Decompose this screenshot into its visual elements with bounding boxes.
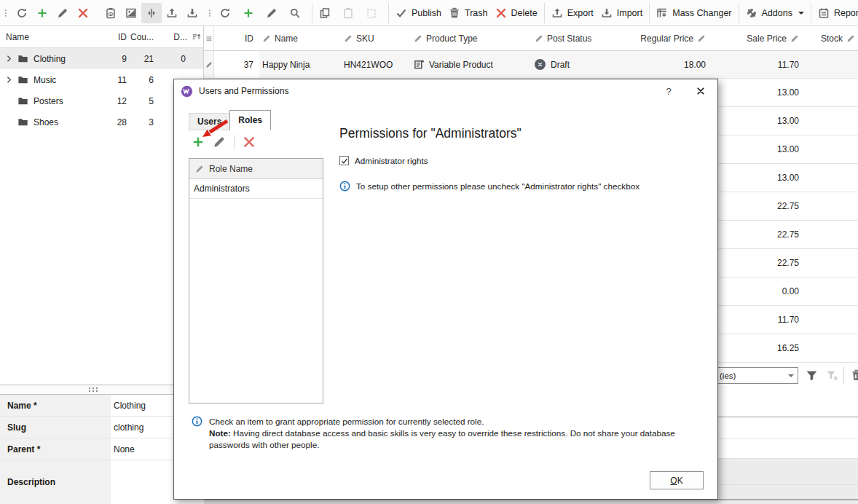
category-count: 5 <box>127 96 154 106</box>
row-edit-pencil-icon[interactable] <box>204 51 214 78</box>
tree-refresh-button[interactable] <box>12 3 32 23</box>
toolbar-icon <box>125 7 137 19</box>
property-label: Name * <box>0 395 111 416</box>
product-sku-cell[interactable]: HN421WOO <box>341 60 411 70</box>
tab-roles[interactable]: Roles <box>229 110 271 130</box>
product-name-cell[interactable]: Happy Ninja <box>259 60 341 70</box>
product-row[interactable]: 37 Happy Ninja HN421WOO Variable Product… <box>204 51 858 79</box>
column-header-product-type[interactable]: Product Type <box>411 34 530 44</box>
product-status-cell[interactable]: Draft <box>530 59 638 70</box>
column-header-post-status[interactable]: Post Status <box>530 34 638 44</box>
category-d-value: 0 <box>154 54 190 64</box>
tree-column-id[interactable]: ID <box>89 32 127 42</box>
add-role-button[interactable] <box>192 135 205 149</box>
column-header-sale-price[interactable]: Sale Price <box>710 34 803 44</box>
delete-filter-button[interactable] <box>848 366 858 384</box>
tree-image-button[interactable] <box>121 3 141 23</box>
sort-icon[interactable] <box>190 32 203 42</box>
edit-product-button[interactable] <box>262 3 286 23</box>
paste-special-button[interactable] <box>362 3 385 23</box>
tree-edit-button[interactable] <box>52 3 73 23</box>
tree-column-d[interactable]: D... <box>154 32 190 42</box>
tree-column-count[interactable]: Cou... <box>127 32 154 42</box>
sale-price-cell[interactable]: 22.75 <box>710 258 803 268</box>
clear-filter-button[interactable] <box>823 366 841 384</box>
column-header-id[interactable]: ID <box>214 26 259 50</box>
paste-button[interactable] <box>339 3 362 23</box>
sale-price-cell[interactable]: 11.70 <box>710 315 803 325</box>
regular-price-cell[interactable]: 18.00 <box>638 60 710 70</box>
reports-button[interactable]: Reports <box>811 3 858 23</box>
administrator-rights-checkbox-row[interactable]: Administrator rights <box>339 156 707 165</box>
delete-product-button[interactable]: Delete <box>492 3 541 23</box>
expand-chevron-icon[interactable] <box>0 55 17 63</box>
sale-price-cell[interactable]: 22.75 <box>710 229 803 240</box>
permissions-title: Permissions for "Administrators" <box>339 126 707 141</box>
tree-column-name[interactable]: Name <box>0 32 89 42</box>
toolbar-icon <box>105 7 117 19</box>
tree-row[interactable]: Clothing 9 21 0 <box>0 48 203 69</box>
tree-toolbar <box>0 3 204 23</box>
edit-pencil-icon <box>790 34 799 43</box>
column-header-regular-price[interactable]: Regular Price <box>638 34 710 44</box>
copy-button[interactable] <box>312 3 339 23</box>
variable-product-icon <box>414 59 425 70</box>
role-row[interactable]: Administrators <box>189 179 323 199</box>
close-icon[interactable] <box>691 83 710 99</box>
trash-button[interactable]: Trash <box>445 3 492 23</box>
mass-changer-button[interactable]: Mass Changer <box>649 3 735 23</box>
toolbar-grip-handle[interactable] <box>205 4 214 23</box>
role-list-header[interactable]: Role Name <box>189 159 323 179</box>
search-button[interactable] <box>286 3 309 23</box>
checkbox-checked-icon[interactable] <box>339 156 349 165</box>
toolbar-button-label: Mass Changer <box>672 8 731 18</box>
category-count: 6 <box>127 75 154 85</box>
tree-add-button[interactable] <box>32 3 52 23</box>
sale-price-cell[interactable]: 13.00 <box>710 144 803 154</box>
sale-price-cell[interactable]: 22.75 <box>710 201 803 211</box>
help-button[interactable]: ? <box>661 83 677 99</box>
ok-button[interactable]: OK <box>650 471 704 489</box>
sale-price-cell[interactable]: 13.00 <box>710 116 803 126</box>
toolbar-icon <box>243 7 254 19</box>
tree-header-row: Name ID Cou... D... <box>0 26 203 48</box>
expand-chevron-icon[interactable] <box>0 76 17 84</box>
toolbar-button-label: Trash <box>465 8 488 18</box>
tree-import-button[interactable] <box>182 3 202 23</box>
edit-pencil-icon <box>195 165 205 173</box>
export-button[interactable]: Export <box>544 3 597 23</box>
property-label: Parent * <box>0 438 111 460</box>
refresh-button[interactable] <box>216 3 239 23</box>
sale-price-cell[interactable]: 11.70 <box>710 60 803 70</box>
toolbar-grip-handle[interactable] <box>1 4 10 23</box>
tree-split-columns-button[interactable] <box>141 3 162 23</box>
sale-price-cell[interactable]: 16.25 <box>710 343 803 353</box>
apply-filter-button[interactable] <box>803 366 820 384</box>
property-label: Slug <box>0 417 111 438</box>
toolbar-icon <box>289 7 301 19</box>
tab-users[interactable]: Users <box>189 113 230 130</box>
publish-button[interactable]: Publish <box>388 3 445 23</box>
sale-price-cell[interactable]: 13.00 <box>710 173 803 183</box>
toolbar-button-label: Import <box>617 8 642 18</box>
edit-role-button[interactable] <box>213 135 226 149</box>
tree-delete-button[interactable] <box>73 3 93 23</box>
menu-icon[interactable] <box>204 26 214 50</box>
tree-preview-button[interactable] <box>101 3 121 23</box>
toolbar-icon <box>57 7 68 19</box>
product-type-cell[interactable]: Variable Product <box>411 59 530 70</box>
filter-dropdown[interactable]: (ies) <box>715 367 798 384</box>
import-button[interactable]: Import <box>597 3 646 23</box>
tree-export-button[interactable] <box>162 3 182 23</box>
column-header-name[interactable]: Name <box>259 34 341 44</box>
column-header-sku[interactable]: SKU <box>341 34 411 44</box>
delete-role-button[interactable] <box>243 135 256 149</box>
add-product-button[interactable] <box>239 3 262 23</box>
footer-line1: Check an item to grant appropriate permi… <box>209 416 706 428</box>
toolbar-icon <box>16 7 28 19</box>
sale-price-cell[interactable]: 0.00 <box>710 286 803 296</box>
sale-price-cell[interactable]: 13.00 <box>710 87 803 98</box>
column-header-stock[interactable]: Stock <box>803 34 858 44</box>
product-id-cell[interactable]: 37 <box>214 51 259 78</box>
addons-button[interactable]: Addons <box>739 3 808 23</box>
